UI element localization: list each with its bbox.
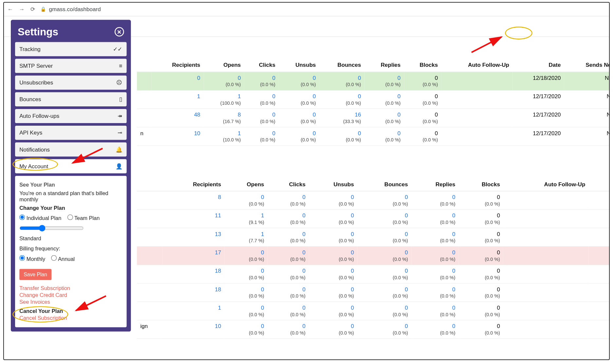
notifications-icon: 🔔 bbox=[116, 146, 122, 153]
settings-row-notifications[interactable]: Notifications🔔 bbox=[15, 142, 127, 156]
col-blocks: Blocks bbox=[404, 58, 441, 72]
annual-radio[interactable]: Annual bbox=[51, 255, 75, 262]
col-blocks: Blocks bbox=[459, 177, 503, 191]
col-subject bbox=[137, 177, 162, 191]
api-keys-icon: ⊸ bbox=[118, 130, 122, 136]
campaign-table-1: RecipientsOpensClicksUnsubsBouncesReplie… bbox=[137, 58, 610, 146]
settings-row-unsubscribes[interactable]: Unsubscribes☹ bbox=[15, 76, 127, 90]
table-row[interactable]: 11(100.0 %)0(0.0 %)0(0.0 %)0(0.0 %)0(0.0… bbox=[137, 90, 610, 109]
save-plan-button[interactable]: Save Plan bbox=[19, 269, 51, 280]
cancel-subscription-link[interactable]: Cancel Subscription bbox=[19, 315, 122, 321]
settings-row-api-keys[interactable]: API Keys⊸ bbox=[15, 126, 127, 140]
browser-address-bar: ← → ⟳ 🔒 gmass.co/dashboard ⊸ ☆ ⋮ bbox=[4, 3, 610, 16]
refresh-icon[interactable]: ⟳ bbox=[30, 6, 35, 12]
campaign-table-2: RecipientsOpensClicksUnsubsBouncesReplie… bbox=[137, 177, 610, 339]
table-row[interactable]: 80(0.0 %)0(0.0 %)0(0.0 %)0(0.0 %)0(0.0 %… bbox=[137, 191, 610, 209]
col-opens: Opens bbox=[225, 177, 268, 191]
settings-row-tracking[interactable]: Tracking✓✓ bbox=[15, 42, 127, 56]
col-sends-next: Sends Next bbox=[564, 58, 610, 72]
url-text: gmass.co/dashboard bbox=[49, 6, 101, 12]
col-replies: Replies bbox=[411, 177, 459, 191]
table-row[interactable]: 180(0.0 %)0(0.0 %)0(0.0 %)0(0.0 %)0(0.0 … bbox=[137, 283, 610, 301]
settings-row-my-account[interactable]: My Account👤 bbox=[15, 159, 127, 173]
col-unsubs: Unsubs bbox=[279, 58, 319, 72]
col-bounces: Bounces bbox=[319, 58, 364, 72]
forward-icon[interactable]: → bbox=[19, 6, 25, 12]
col-unsubs: Unsubs bbox=[309, 177, 357, 191]
change-plan-heading: Change Your Plan bbox=[19, 205, 122, 211]
col-auto-follow-up: Auto Follow-Up bbox=[503, 177, 589, 191]
unsubscribes-icon: ☹ bbox=[116, 79, 122, 86]
plan-line: You're on a standard plan that's billed … bbox=[19, 191, 122, 203]
table-row[interactable]: 111(9.1 %)0(0.0 %)0(0.0 %)0(0.0 %)0(0.0 … bbox=[137, 209, 610, 228]
col-bounces: Bounces bbox=[357, 177, 411, 191]
table-row[interactable]: 10(0.0 %)0(0.0 %)0(0.0 %)0(0.0 %)0(0.0 %… bbox=[137, 302, 610, 320]
table-row[interactable]: 170(0.0 %)0(0.0 %)0(0.0 %)0(0.0 %)0(0.0 … bbox=[137, 246, 610, 265]
col-recipients: Recipients bbox=[152, 58, 204, 72]
table-row[interactable]: n101(10.0 %)0(0.0 %)0(0.0 %)0(0.0 %)0(0.… bbox=[137, 127, 610, 146]
settings-panel: Settings ✕ Tracking✓✓SMTP Server≡Unsubsc… bbox=[11, 20, 131, 331]
col-clicks: Clicks bbox=[244, 58, 279, 72]
table-row[interactable]: 131(7.7 %)0(0.0 %)0(0.0 %)0(0.0 %)0(0.0 … bbox=[137, 228, 610, 246]
individual-plan-radio[interactable]: Individual Plan bbox=[19, 214, 61, 221]
back-icon[interactable]: ← bbox=[7, 6, 13, 12]
col-auto-follow-up: Auto Follow-Up bbox=[441, 58, 513, 72]
col-clicks: Clicks bbox=[268, 177, 309, 191]
lock-icon: 🔒 bbox=[40, 7, 46, 12]
transfer-subscription-link[interactable]: Transfer Subscription bbox=[19, 285, 122, 291]
col-opens: Opens bbox=[204, 58, 244, 72]
table-row[interactable]: 488(16.7 %)0(0.0 %)0(0.0 %)16(33.3 %)0(0… bbox=[137, 109, 610, 127]
billing-frequency-label: Billing frequency: bbox=[19, 246, 122, 252]
table-row[interactable]: ign100(0.0 %)0(0.0 %)0(0.0 %)0(0.0 %)0(0… bbox=[137, 320, 610, 338]
col-subject bbox=[137, 58, 152, 72]
my-account-section: See Your Plan You're on a standard plan … bbox=[15, 176, 127, 327]
team-plan-radio[interactable]: Team Plan bbox=[67, 214, 100, 221]
cancel-plan-heading: Cancel Your Plan bbox=[19, 308, 122, 314]
monthly-radio[interactable]: Monthly bbox=[19, 255, 45, 262]
plan-level: Standard bbox=[19, 235, 122, 241]
see-invoices-link[interactable]: See Invoices bbox=[19, 299, 122, 305]
plan-slider[interactable] bbox=[19, 225, 84, 232]
auto-follow-ups-icon: ↠ bbox=[118, 113, 122, 119]
change-credit-card-link[interactable]: Change Credit Card bbox=[19, 292, 122, 298]
smtp-server-icon: ≡ bbox=[119, 63, 122, 69]
close-icon[interactable]: ✕ bbox=[115, 27, 124, 37]
col-date: Date bbox=[512, 58, 564, 72]
settings-title: Settings bbox=[18, 26, 58, 38]
see-plan-heading: See Your Plan bbox=[19, 182, 122, 188]
tracking-icon: ✓✓ bbox=[113, 46, 122, 52]
col-recipients: Recipients bbox=[162, 177, 225, 191]
settings-row-bounces[interactable]: Bounces▯ bbox=[15, 92, 127, 106]
settings-row-auto-follow-ups[interactable]: Auto Follow-ups↠ bbox=[15, 109, 127, 123]
table-row[interactable]: 180(0.0 %)0(0.0 %)0(0.0 %)0(0.0 %)0(0.0 … bbox=[137, 265, 610, 283]
settings-row-smtp-server[interactable]: SMTP Server≡ bbox=[15, 59, 127, 73]
my-account-icon: 👤 bbox=[116, 163, 122, 170]
table-row[interactable]: 00(0.0 %)0(0.0 %)0(0.0 %)0(0.0 %)0(0.0 %… bbox=[137, 72, 610, 90]
bounces-icon: ▯ bbox=[119, 96, 122, 103]
col-replies: Replies bbox=[364, 58, 404, 72]
col-date: Date bbox=[589, 177, 610, 191]
